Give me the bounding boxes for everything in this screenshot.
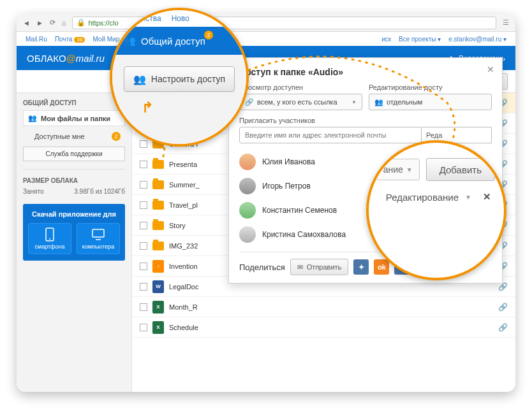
moimir-icon[interactable]: ✦ bbox=[353, 259, 369, 275]
file-name: Presenta bbox=[169, 161, 197, 168]
lens2-add-button[interactable]: Добавить bbox=[426, 158, 495, 181]
mymir-link[interactable]: Мой Мир bbox=[92, 36, 119, 43]
send-button[interactable]: ✉Отправить bbox=[290, 259, 349, 275]
checkbox[interactable] bbox=[140, 303, 147, 311]
invite-label: Пригласить участников bbox=[239, 117, 492, 124]
user-name: Кристина Самохвалова bbox=[262, 230, 346, 239]
user-email[interactable]: e.stankov@mail.ru ▾ bbox=[448, 36, 506, 43]
mailru-link[interactable]: Mail.Ru bbox=[26, 36, 47, 43]
app-promo: Скачай приложение для смартфона компьюте… bbox=[23, 204, 125, 261]
home-icon[interactable]: ⌂ bbox=[62, 19, 66, 27]
lens1-badge: 2 bbox=[204, 31, 213, 40]
user-name: Юлия Иванова bbox=[262, 157, 315, 166]
link-icon[interactable]: 🔗 bbox=[498, 303, 508, 312]
file-row[interactable]: XSchedule🔗 bbox=[132, 317, 515, 338]
mail-link[interactable]: Почта 38 bbox=[55, 36, 85, 43]
checkbox[interactable] bbox=[140, 242, 147, 250]
user-name: Игорь Петров bbox=[262, 182, 311, 191]
file-icon: W bbox=[152, 280, 164, 293]
lens2-user-role: Редактирование▼ ✕ bbox=[378, 191, 495, 203]
edit-label: Редактирование досту bbox=[369, 83, 492, 91]
avatar bbox=[239, 202, 256, 219]
reload-icon[interactable]: ⟳ bbox=[50, 18, 55, 27]
avatar bbox=[239, 154, 256, 170]
file-icon: ♪ bbox=[152, 260, 164, 273]
file-name: Story bbox=[169, 222, 186, 229]
folder-icon bbox=[152, 201, 164, 210]
shared-count-badge: 2 bbox=[112, 132, 121, 141]
checkbox[interactable] bbox=[140, 161, 147, 168]
svg-rect-2 bbox=[92, 229, 104, 237]
lens1-nav-b[interactable]: Ново bbox=[172, 14, 189, 23]
ok-icon[interactable]: ok bbox=[374, 259, 389, 275]
sidebar-shared[interactable]: Доступные мне2 bbox=[23, 129, 125, 144]
fwd-icon[interactable]: ► bbox=[36, 19, 43, 27]
checkbox[interactable] bbox=[140, 181, 147, 189]
mailru-nav: Mail.Ru Почта 38 Мой Мир иск Все проекты… bbox=[17, 32, 515, 46]
folder-icon bbox=[152, 221, 164, 230]
checkbox[interactable] bbox=[140, 324, 147, 331]
turn-arrow-icon: ↱ bbox=[142, 99, 235, 116]
allprojects-link[interactable]: Все проекты ▾ bbox=[399, 36, 441, 43]
folder-icon bbox=[152, 180, 164, 189]
folder-icon bbox=[152, 242, 164, 250]
file-name: Month_R bbox=[169, 303, 198, 311]
file-name: Summer_ bbox=[169, 181, 200, 189]
browser-chrome: ◄ ► ⟳ ⌂ 🔒https://clo ☰ bbox=[17, 14, 515, 32]
file-name: Invention bbox=[169, 263, 198, 270]
magnifier-lens-1: мства Ново 👥 Общий доступ 2 👥Настроить д… bbox=[110, 8, 249, 147]
modal-title: Доступ к папке «Audio» bbox=[239, 67, 492, 77]
view-label: Просмотр доступен bbox=[239, 83, 362, 91]
share-label: Поделиться bbox=[239, 263, 285, 272]
lens1-shared-label: Общий доступ bbox=[141, 36, 205, 47]
file-name: Schedule bbox=[169, 324, 198, 331]
support-button[interactable]: Служба поддержки bbox=[23, 147, 125, 161]
svg-point-1 bbox=[49, 238, 50, 240]
file-name: IMG_232 bbox=[169, 242, 198, 250]
sidebar-heading: ОБЩИЙ ДОСТУП bbox=[23, 99, 125, 106]
checkbox[interactable] bbox=[140, 201, 147, 209]
logo: ОБЛАКО@mail.ru bbox=[27, 53, 105, 64]
promo-title: Скачай приложение для bbox=[28, 210, 120, 218]
checkbox[interactable] bbox=[140, 283, 147, 291]
promo-smartphone[interactable]: смартфона bbox=[28, 223, 71, 254]
checkbox[interactable] bbox=[140, 263, 147, 270]
avatar bbox=[239, 178, 256, 194]
magnifier-lens-2: ание▼ Добавить Редактирование▼ ✕ bbox=[366, 140, 506, 280]
file-name: Travel_pl bbox=[169, 201, 198, 209]
edit-dropdown[interactable]: 👥отдельным bbox=[369, 94, 492, 110]
file-icon: X bbox=[152, 301, 164, 314]
promo-computer[interactable]: компьютера bbox=[77, 223, 120, 254]
monitor-icon bbox=[91, 227, 105, 242]
remove-icon[interactable]: ✕ bbox=[483, 191, 491, 203]
file-row[interactable]: XMonth_R🔗 bbox=[132, 297, 515, 317]
menu-icon[interactable]: ☰ bbox=[503, 18, 509, 27]
invite-input[interactable] bbox=[239, 127, 422, 143]
lens1-bluebar: 👥 Общий доступ 2 bbox=[112, 27, 246, 55]
close-icon[interactable]: ✕ bbox=[487, 64, 494, 75]
link-icon[interactable]: 🔗 bbox=[498, 323, 508, 332]
people-icon: 👥 bbox=[124, 35, 136, 47]
checkbox[interactable] bbox=[140, 222, 147, 229]
search-link[interactable]: иск bbox=[381, 36, 391, 43]
storage-usage: Занято3.98Гб из 1024Гб bbox=[23, 188, 125, 195]
phone-icon bbox=[44, 227, 55, 242]
storage-heading: РАЗМЕР ОБЛАКА bbox=[23, 177, 125, 184]
sidebar: ОБЩИЙ ДОСТУП 👥Мои файлы и папки Доступны… bbox=[17, 93, 131, 392]
file-icon: X bbox=[152, 321, 164, 334]
lens1-configure-button[interactable]: 👥Настроить доступ bbox=[124, 66, 235, 92]
file-name: LegalDoc bbox=[169, 283, 198, 291]
people-icon: 👥 bbox=[374, 98, 383, 106]
avatar bbox=[239, 226, 256, 243]
checkbox[interactable] bbox=[140, 140, 147, 148]
envelope-icon: ✉ bbox=[297, 263, 303, 271]
back-icon[interactable]: ◄ bbox=[23, 19, 30, 27]
link-icon: 🔗 bbox=[245, 98, 254, 106]
folder-icon bbox=[152, 160, 164, 169]
view-dropdown[interactable]: 🔗всем, у кого есть ссылка▼ bbox=[239, 94, 362, 110]
user-name: Константин Семенов bbox=[262, 206, 337, 215]
people-icon: 👥 bbox=[133, 73, 146, 85]
people-icon: 👥 bbox=[28, 114, 37, 122]
sidebar-my-files[interactable]: 👥Мои файлы и папки bbox=[23, 110, 125, 126]
